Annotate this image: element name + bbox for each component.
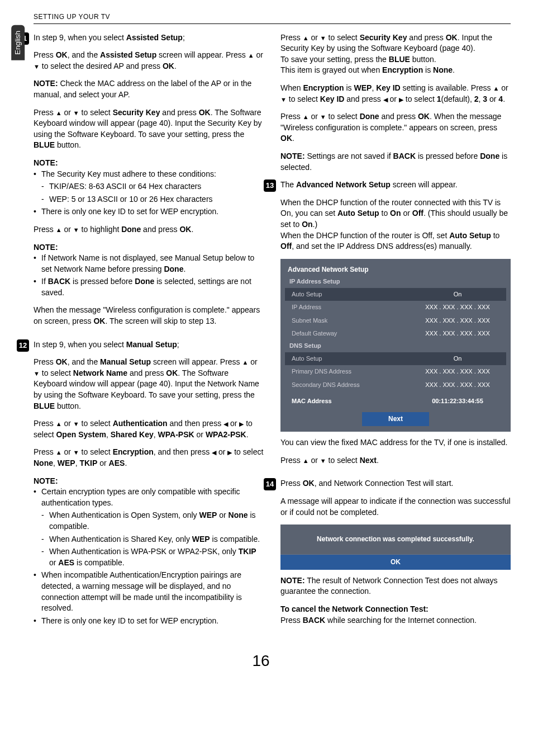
osd-title: Advanced Network Setup <box>285 263 506 276</box>
up-arrow-icon <box>56 225 62 234</box>
up-arrow-icon <box>303 33 309 42</box>
page-number: 16 <box>11 650 511 672</box>
step-14-marker: 14 <box>264 478 276 490</box>
left-column: 11 In step 9, when you select Assisted S… <box>34 32 264 639</box>
sub-item: When Authentication is Shared Key, only … <box>41 534 264 545</box>
step-12-marker: 12 <box>17 339 29 352</box>
down-arrow-icon <box>34 368 40 377</box>
paragraph: Press or to select Encryption, and then … <box>34 447 264 469</box>
paragraph: Press OK, and Network Connection Test wi… <box>280 478 511 489</box>
note-paragraph: NOTE: The result of Network Connection T… <box>280 575 511 597</box>
paragraph: When Encryption is WEP, Key ID setting i… <box>280 83 511 105</box>
advanced-network-setup-osd: Advanced Network Setup IP Address Setup … <box>280 259 511 432</box>
sub-item: TKIP/AES: 8-63 ASCII or 64 Hex character… <box>41 181 264 192</box>
list-item: There is only one key ID to set for WEP … <box>34 206 264 218</box>
paragraph: You can view the fixed MAC address for t… <box>280 437 511 448</box>
list-item: If Network Name is not displayed, see Ma… <box>34 253 264 275</box>
down-arrow-icon <box>34 62 40 70</box>
up-arrow-icon <box>303 112 309 121</box>
paragraph: When the DHCP function of the router con… <box>280 197 511 252</box>
osd-row-ip-address: IP AddressXXX . XXX . XXX . XXX <box>285 301 506 314</box>
down-arrow-icon <box>73 108 79 117</box>
note-block: NOTE: Certain encryption types are only … <box>34 476 264 627</box>
up-arrow-icon <box>56 419 62 428</box>
left-arrow-icon <box>383 94 388 103</box>
osd-row-mac-address: MAC Address00:11:22:33:44:55 <box>285 395 506 408</box>
note-paragraph: NOTE: Settings are not saved if BACK is … <box>280 151 511 173</box>
osd-row-auto-setup: Auto SetupOn <box>285 288 506 301</box>
sub-item: When Authentication is Open System, only… <box>41 510 264 532</box>
right-column: Press or to select Security Key and pres… <box>280 32 511 639</box>
up-arrow-icon <box>56 108 62 117</box>
note-paragraph: NOTE: Check the MAC address on the label… <box>34 78 264 100</box>
osd-section-dns: DNS Setup <box>285 340 506 352</box>
list-item: The Security Key must adhere to these co… <box>34 169 264 205</box>
step-13-marker: 13 <box>264 179 276 192</box>
paragraph: The Advanced Network Setup screen will a… <box>280 179 511 191</box>
step-11-intro: In step 9, when you select Assisted Setu… <box>34 32 264 44</box>
note-block: NOTE: The Security Key must adhere to th… <box>34 158 264 218</box>
sub-item: WEP: 5 or 13 ASCII or 10 or 26 Hex chara… <box>41 194 264 205</box>
left-arrow-icon <box>223 419 228 428</box>
osd-ok-button: OK <box>280 554 511 570</box>
down-arrow-icon <box>73 419 79 428</box>
paragraph: Press or to select Security Key and pres… <box>280 32 511 76</box>
paragraph: A message will appear to indicate if the… <box>280 496 511 518</box>
down-arrow-icon <box>280 94 287 103</box>
left-arrow-icon <box>212 447 216 456</box>
osd-row-secondary-dns: Secondary DNS AddressXXX . XXX . XXX . X… <box>285 379 506 391</box>
down-arrow-icon <box>73 225 79 234</box>
list-item: Certain encryption types are only compat… <box>34 486 264 568</box>
paragraph: Press OK, and the Assisted Setup screen … <box>34 50 264 72</box>
right-arrow-icon <box>399 94 403 103</box>
osd-section-ip: IP Address Setup <box>285 276 506 287</box>
sub-item: When Authentication is WPA-PSK or WPA2-P… <box>41 546 264 568</box>
down-arrow-icon <box>73 447 79 456</box>
connection-success-osd: Network connection was completed success… <box>280 525 511 570</box>
paragraph: Press or to select Authentication and th… <box>34 418 264 440</box>
list-item: There is only one key ID to set for WEP … <box>34 616 264 627</box>
up-arrow-icon <box>248 50 254 59</box>
page-header: SETTING UP YOUR TV <box>34 13 110 21</box>
down-arrow-icon <box>320 112 326 121</box>
osd-row-dns-auto-setup: Auto SetupOn <box>285 352 506 365</box>
down-arrow-icon <box>320 456 326 465</box>
paragraph: Press or to select Done and press OK. Wh… <box>280 111 511 144</box>
paragraph: Press or to select Next. <box>280 455 511 466</box>
note-block: NOTE: If Network Name is not displayed, … <box>34 242 264 299</box>
osd-row-primary-dns: Primary DNS AddressXXX . XXX . XXX . XXX <box>285 365 506 378</box>
list-item: When incompatible Authentication/Encrypt… <box>34 570 264 613</box>
up-arrow-icon <box>56 447 62 456</box>
down-arrow-icon <box>320 33 326 42</box>
osd-next-button: Next <box>362 412 429 426</box>
language-tab: English <box>11 25 25 60</box>
paragraph: When the message "Wireless configuration… <box>34 305 264 327</box>
up-arrow-icon <box>242 357 249 366</box>
list-item: If BACK is pressed before Done is select… <box>34 276 264 298</box>
osd-row-subnet-mask: Subnet MaskXXX . XXX . XXX . XXX <box>285 314 506 327</box>
up-arrow-icon <box>493 83 499 92</box>
cancel-instructions: To cancel the Network Connection Test:Pr… <box>280 604 511 626</box>
up-arrow-icon <box>303 456 309 465</box>
paragraph: Press or to select Security Key and pres… <box>34 107 264 151</box>
osd-success-message: Network connection was completed success… <box>280 525 511 554</box>
osd-row-default-gateway: Default GatewayXXX . XXX . XXX . XXX <box>285 327 506 340</box>
paragraph: Press OK, and the Manual Setup screen wi… <box>34 357 264 412</box>
step-12-intro: In step 9, when you select Manual Setup; <box>34 339 264 351</box>
paragraph: Press or to highlight Done and press OK. <box>34 224 264 235</box>
